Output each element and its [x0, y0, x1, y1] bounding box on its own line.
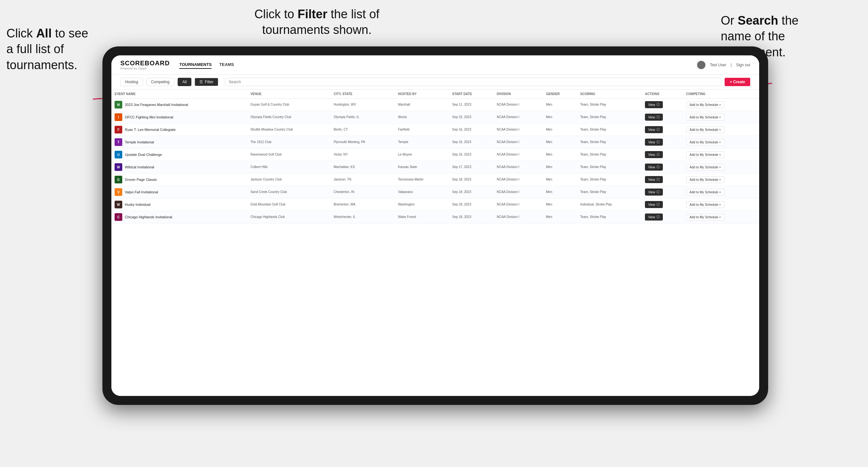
- cell-scoring-5: Team, Stroke Play: [577, 161, 642, 174]
- tab-all[interactable]: All: [178, 78, 191, 86]
- cell-competing-8: Add to My Schedule +: [683, 198, 759, 211]
- add-schedule-button-1[interactable]: Add to My Schedule +: [686, 114, 724, 121]
- app-logo: SCOREBOARD: [120, 60, 169, 67]
- view-info-icon-9: ⓘ: [656, 215, 660, 219]
- view-info-icon-0: ⓘ: [656, 102, 660, 107]
- tab-hosting[interactable]: Hosting: [120, 78, 143, 86]
- nav-teams[interactable]: TEAMS: [219, 61, 234, 69]
- team-logo-7: V: [115, 188, 122, 196]
- cell-competing-6: Add to My Schedule +: [683, 174, 759, 186]
- add-schedule-button-3[interactable]: Add to My Schedule +: [686, 139, 724, 146]
- cell-scoring-3: Team, Stroke Play: [577, 136, 642, 149]
- cell-event-name-5: W Wildcat Invitational: [112, 161, 247, 174]
- view-button-4[interactable]: View ⓘ: [645, 151, 663, 158]
- toolbar: Hosting Competing All ☰ Filter + Create: [112, 74, 759, 90]
- view-info-icon-7: ⓘ: [656, 190, 660, 194]
- team-logo-6: G: [115, 176, 122, 183]
- cell-competing-0: Add to My Schedule +: [683, 99, 759, 111]
- view-info-icon-2: ⓘ: [656, 127, 660, 132]
- team-logo-1: I: [115, 113, 122, 121]
- cell-hosted-9: Wake Forest: [395, 211, 449, 223]
- add-schedule-button-9[interactable]: Add to My Schedule +: [686, 214, 724, 221]
- cell-city-9: Westchester, IL: [330, 211, 395, 223]
- event-name-text-2: Ryan T. Lee Memorial Collegiate: [125, 128, 176, 131]
- view-button-2[interactable]: View ⓘ: [645, 126, 663, 133]
- view-button-9[interactable]: View ⓘ: [645, 214, 663, 221]
- team-logo-3: T: [115, 138, 122, 146]
- search-input[interactable]: [225, 78, 722, 86]
- view-button-3[interactable]: View ⓘ: [645, 138, 663, 146]
- user-avatar: [697, 61, 705, 69]
- view-info-icon-6: ⓘ: [656, 177, 660, 182]
- tournaments-table-container: EVENT NAME VENUE CITY, STATE HOSTED BY S…: [112, 90, 759, 396]
- add-schedule-button-7[interactable]: Add to My Schedule +: [686, 189, 724, 195]
- add-schedule-button-2[interactable]: Add to My Schedule +: [686, 126, 724, 133]
- filter-label: Filter: [205, 80, 214, 84]
- cell-hosted-4: Le Moyne: [395, 149, 449, 161]
- cell-scoring-9: Team, Stroke Play: [577, 211, 642, 223]
- main-nav: TOURNAMENTS TEAMS: [179, 61, 697, 69]
- cell-date-1: Sep 15, 2023: [449, 111, 494, 124]
- cell-city-6: Jackson, TN: [330, 174, 395, 186]
- cell-actions-1: View ⓘ: [642, 111, 683, 124]
- cell-division-2: NCAA Division I: [494, 124, 543, 136]
- cell-division-8: NCAA Division I: [494, 198, 543, 211]
- cell-event-name-1: I OFCC Fighting Illini Invitational: [112, 111, 247, 124]
- cell-date-7: Sep 18, 2023: [449, 186, 494, 198]
- user-name: Test User: [710, 63, 726, 67]
- add-schedule-button-6[interactable]: Add to My Schedule +: [686, 176, 724, 183]
- nav-tournaments[interactable]: TOURNAMENTS: [179, 61, 212, 69]
- tablet-frame: SCOREBOARD Powered by clippd TOURNAMENTS…: [102, 46, 768, 405]
- cell-city-2: Berlin, CT: [330, 124, 395, 136]
- tab-competing[interactable]: Competing: [146, 78, 175, 86]
- col-competing: COMPETING: [683, 90, 759, 99]
- sign-out-link[interactable]: Sign out: [736, 63, 750, 67]
- cell-actions-0: View ⓘ: [642, 99, 683, 111]
- cell-date-5: Sep 17, 2023: [449, 161, 494, 174]
- cell-actions-5: View ⓘ: [642, 161, 683, 174]
- cell-competing-7: Add to My Schedule +: [683, 186, 759, 198]
- add-schedule-button-0[interactable]: Add to My Schedule +: [686, 101, 724, 108]
- cell-division-1: NCAA Division I: [494, 111, 543, 124]
- cell-hosted-8: Washington: [395, 198, 449, 211]
- header-right: Test User | Sign out: [697, 61, 750, 69]
- cell-event-name-0: M 2023 Joe Feaganes Marshall Invitationa…: [112, 99, 247, 111]
- team-logo-4: U: [115, 151, 122, 158]
- cell-date-8: Sep 18, 2023: [449, 198, 494, 211]
- cell-gender-5: Men: [543, 161, 577, 174]
- cell-event-name-3: T Temple Invitational: [112, 136, 247, 149]
- cell-venue-9: Chicago Highlands Club: [247, 211, 330, 223]
- cell-gender-9: Men: [543, 211, 577, 223]
- app-logo-sub: Powered by clippd: [120, 67, 169, 70]
- cell-city-7: Chesterton, IN: [330, 186, 395, 198]
- cell-venue-0: Guyan Golf & Country Club: [247, 99, 330, 111]
- view-info-icon-1: ⓘ: [656, 115, 660, 119]
- cell-division-3: NCAA Division I: [494, 136, 543, 149]
- annotation-topleft: Click All to seea full list oftournament…: [6, 26, 115, 73]
- filter-icon: ☰: [199, 80, 203, 84]
- cell-competing-9: Add to My Schedule +: [683, 211, 759, 223]
- event-name-text-8: Husky Individual: [125, 203, 150, 207]
- add-schedule-button-4[interactable]: Add to My Schedule +: [686, 151, 724, 158]
- view-button-5[interactable]: View ⓘ: [645, 163, 663, 170]
- cell-gender-7: Men: [543, 186, 577, 198]
- cell-date-6: Sep 18, 2023: [449, 174, 494, 186]
- cell-event-name-9: C Chicago Highlands Invitational: [112, 211, 247, 223]
- view-button-7[interactable]: View ⓘ: [645, 189, 663, 195]
- cell-date-4: Sep 16, 2023: [449, 149, 494, 161]
- cell-gender-3: Men: [543, 136, 577, 149]
- cell-division-0: NCAA Division I: [494, 99, 543, 111]
- view-button-6[interactable]: View ⓘ: [645, 176, 663, 183]
- filter-button[interactable]: ☰ Filter: [195, 78, 218, 86]
- view-button-1[interactable]: View ⓘ: [645, 114, 663, 121]
- add-schedule-button-8[interactable]: Add to My Schedule +: [686, 201, 724, 208]
- tournaments-table: EVENT NAME VENUE CITY, STATE HOSTED BY S…: [112, 90, 759, 223]
- cell-hosted-5: Kansas State: [395, 161, 449, 174]
- table-row: F Ryan T. Lee Memorial Collegiate Shuttl…: [112, 124, 759, 136]
- view-button-0[interactable]: View ⓘ: [645, 101, 663, 108]
- view-button-8[interactable]: View ⓘ: [645, 201, 663, 208]
- create-button[interactable]: + Create: [724, 78, 750, 86]
- team-logo-0: M: [115, 101, 122, 108]
- col-venue: VENUE: [247, 90, 330, 99]
- add-schedule-button-5[interactable]: Add to My Schedule +: [686, 164, 724, 170]
